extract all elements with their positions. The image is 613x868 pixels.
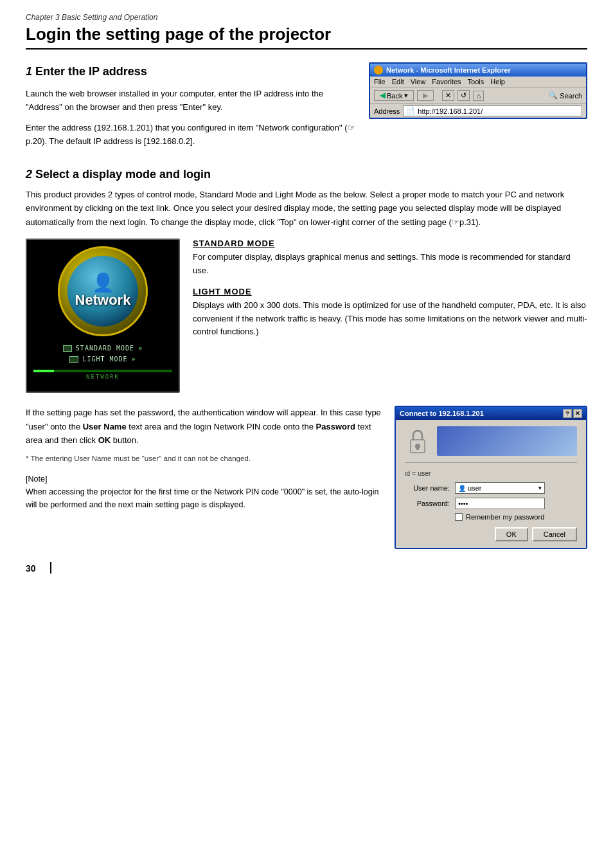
ie-search-btn[interactable]: 🔍 Search [549,91,582,100]
section1-title: 1 Enter the IP address [26,62,356,81]
svg-rect-3 [405,427,430,457]
ie-forward-btn[interactable]: ▶ [417,90,434,101]
ie-menu-file[interactable]: File [374,78,386,86]
section1-para1: Launch the web browser installed in your… [26,87,356,114]
dialog-buttons: OK Cancel [405,527,577,541]
standard-mode-item[interactable]: STANDARD MODE » [63,345,143,352]
chapter-header: Chapter 3 Basic Setting and Operation [26,13,587,22]
dropdown-arrow-icon: ▾ [538,485,542,491]
user-name-label: User Name [83,422,127,431]
remember-password-checkbox[interactable]: Remember my password [455,513,577,521]
section2-body: This product provides 2 types of control… [26,188,587,229]
auth-text: If the setting page has set the password… [26,406,382,511]
light-mode-name[interactable]: LIGHT MODE [193,287,252,296]
user-icon: 👤 [458,485,466,492]
username-field[interactable]: User name: 👤 user ▾ [405,482,577,494]
ie-nav-icons: ✕ ↺ ⌂ [437,89,489,102]
network-logo-text: Network [75,292,131,309]
ie-back-btn[interactable]: ◀ Back ▾ [374,90,414,101]
dialog-title: Connect to 192.168.1.201 [400,410,484,417]
dialog-cancel-button[interactable]: Cancel [532,527,577,541]
light-mode-item[interactable]: LIGHT MODE » [69,356,136,363]
search-icon: 🔍 [549,91,558,100]
ie-menu-view[interactable]: View [411,78,426,86]
note-section: [Note] When accessing the projector for … [26,473,382,511]
ok-label: OK [98,435,111,445]
connect-dialog: Connect to 192.168.1.201 ? ✕ [395,406,587,549]
dialog-lock-icon [405,426,431,457]
page-number: 30 [26,563,36,574]
light-mode-text: Displays with 200 x 300 dots. This mode … [193,299,587,339]
ie-icon [374,66,383,75]
dialog-ok-button[interactable]: OK [495,527,528,541]
username-input[interactable]: 👤 user ▾ [455,482,545,494]
standard-mode-name[interactable]: STANDARD MODE [193,239,275,248]
page-title: Login the setting page of the projector [26,24,587,50]
dialog-help-btn[interactable]: ? [563,409,572,418]
username-label: User name: [405,484,450,492]
refresh-icon[interactable]: ↺ [458,90,470,101]
forward-arrow-icon: ▶ [423,91,428,100]
page-number-sidebar: 30 [26,562,51,574]
page-icon: 📄 [406,107,415,115]
standard-mode-text: For computer display, displays graphical… [193,251,587,278]
network-logo-circle: 👤 Network [58,246,148,336]
note-text: When accessing the projector for the fir… [26,485,382,511]
auth-note: * The entering User Name must be "user" … [26,453,382,465]
remember-label: Remember my password [466,513,544,521]
address-label: Address [374,107,400,115]
standard-mode-desc: STANDARD MODE For computer display, disp… [193,239,587,278]
home-icon[interactable]: ⌂ [473,91,484,101]
password-field-label: Password: [405,500,450,507]
light-mode-icon [69,356,78,363]
ie-menu-tools[interactable]: Tools [468,78,484,86]
browser-screenshot: Network - Microsoft Internet Explorer Fi… [369,62,587,119]
ie-title: Network - Microsoft Internet Explorer [386,66,511,74]
ie-menu-edit[interactable]: Edit [392,78,404,86]
password-input[interactable]: •••• [455,498,545,509]
ie-menu-help[interactable]: Help [490,78,505,86]
address-input[interactable]: 📄 http://192.168.1.201/ [403,105,582,116]
section1-para2: Enter the address (192.168.1.201) that y… [26,122,356,149]
dialog-close-btn[interactable]: ✕ [573,409,582,418]
network-person-icon: 👤 [92,274,114,292]
dialog-icon-area [405,426,577,463]
stop-icon[interactable]: ✕ [442,90,454,101]
password-label: Password [316,422,355,431]
back-arrow-icon: ◀ [380,91,385,100]
password-field[interactable]: Password: •••• [405,498,577,509]
standard-mode-icon [63,345,72,352]
light-mode-desc: LIGHT MODE Displays with 200 x 300 dots.… [193,287,587,339]
note-title: [Note] [26,473,382,485]
mode-descriptions: STANDARD MODE For computer display, disp… [193,239,587,348]
section2-title: 2 Select a display mode and login [26,168,587,181]
dialog-id-text: id = user [405,469,577,477]
dropdown-icon: ▾ [404,91,408,100]
network-label: NETWORK [86,374,120,380]
ie-menu-favorites[interactable]: Favorites [432,78,461,86]
auth-paragraph: If the setting page has set the password… [26,406,382,447]
checkbox-icon[interactable] [455,513,463,521]
network-image: 👤 Network STANDARD MODE » LIGHT MODE » [26,239,180,393]
network-progress-bar [33,370,172,372]
